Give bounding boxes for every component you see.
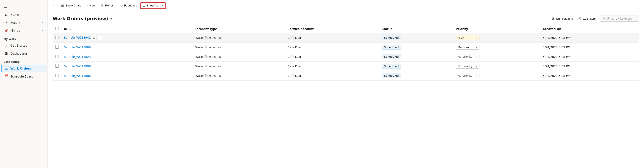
col-header-created-on[interactable]: Created On <box>540 25 639 33</box>
table-header-row: ID ↓ Incident type Service account Statu… <box>53 25 639 33</box>
hamburger-icon[interactable]: ☰ <box>0 2 47 10</box>
status-badge: Scheduled <box>382 35 401 40</box>
edit-columns-button[interactable]: ⊞ Edit columns <box>550 16 574 22</box>
row-checkbox-cell <box>53 71 61 80</box>
sidebar-item-recent[interactable]: 🕐 Recent ∨ <box>1 19 46 26</box>
priority-badge[interactable]: Medium∨ <box>456 45 480 50</box>
show-as-button[interactable]: ⊞ Show As <box>140 3 160 8</box>
select-all-checkbox[interactable] <box>55 27 59 30</box>
show-as-dropdown-icon: ∨ <box>162 4 164 7</box>
row-checkbox-cell <box>53 62 61 71</box>
show-chart-label: Show Chart <box>66 4 81 7</box>
sidebar-item-dashboards[interactable]: ⊞ Dashboards <box>1 50 46 57</box>
row-id-link[interactable]: Sample_WO13941 <box>64 36 91 39</box>
sidebar-item-home[interactable]: ⌂ Home <box>1 11 46 18</box>
sidebar-item-recent-label: Recent <box>10 21 39 24</box>
row-checkbox[interactable] <box>55 36 59 39</box>
row-incident-type-cell: Water flow issues <box>193 52 285 62</box>
schedule-board-icon: 📅 <box>4 74 8 78</box>
refresh-label: Refresh <box>105 4 115 7</box>
priority-badge[interactable]: No priority∨ <box>456 73 480 78</box>
sidebar-item-schedule-board[interactable]: 📅 Schedule Board <box>1 72 46 80</box>
priority-badge[interactable]: No priority∨ <box>456 64 480 69</box>
priority-chevron-icon: ∨ <box>476 46 478 48</box>
row-id-link[interactable]: Sample_WO13823 <box>64 55 91 58</box>
show-as-container: ⊞ Show As ∨ <box>140 2 166 9</box>
table-row: Sample_WO13866Water flow issuesCafe DuoS… <box>53 42 639 52</box>
scheduling-section: Scheduling <box>0 58 47 64</box>
content-header: Work Orders (preview) ∨ ⊞ Edit columns ▽… <box>53 16 639 22</box>
col-header-service-account[interactable]: Service account <box>285 25 379 33</box>
show-chart-button[interactable]: ▦ Show Chart <box>59 2 83 9</box>
title-chevron-icon[interactable]: ∨ <box>110 17 112 20</box>
priority-chevron-icon: ∨ <box>476 55 478 58</box>
toolbar: ← ▦ Show Chart + New ↺ Refresh ○ Feedbac… <box>48 0 644 11</box>
refresh-button[interactable]: ↺ Refresh <box>98 2 118 9</box>
filter-by-keyword-input[interactable]: 🔍 Filter by keyword <box>600 16 639 22</box>
new-label: New <box>90 4 95 7</box>
row-id-cell: Sample_WO13941⊡··· <box>61 33 193 42</box>
dashboards-icon: ⊞ <box>4 52 8 56</box>
table-row: Sample_WO13941⊡···Water flow issuesCafe … <box>53 33 639 42</box>
col-created-on-label: Created On <box>543 27 561 31</box>
col-header-incident-type[interactable]: Incident type <box>193 25 285 33</box>
row-checkbox[interactable] <box>55 74 59 77</box>
edit-filters-label: Edit filters <box>583 17 596 20</box>
row-checkbox[interactable] <box>55 45 59 48</box>
feedback-icon: ○ <box>121 4 123 7</box>
row-checkbox[interactable] <box>55 55 59 58</box>
new-icon: + <box>86 4 88 7</box>
sidebar-item-pinned[interactable]: 📌 Pinned ∨ <box>1 27 46 34</box>
status-badge: Scheduled <box>382 54 401 59</box>
col-header-id[interactable]: ID ↓ <box>61 25 193 33</box>
row-incident-type-cell: Water flow issues <box>193 71 285 80</box>
edit-filters-button[interactable]: ▽ Edit filters <box>577 16 597 22</box>
work-orders-table: ID ↓ Incident type Service account Statu… <box>53 25 639 80</box>
page-title: Work Orders (preview) <box>53 16 108 21</box>
row-created-on-cell: 5/24/2023 5:08 PM <box>540 33 639 42</box>
show-as-icon: ⊞ <box>143 4 145 7</box>
filter-placeholder-text: Filter by keyword <box>607 17 632 20</box>
main-area: ← ▦ Show Chart + New ↺ Refresh ○ Feedbac… <box>48 0 644 168</box>
new-button[interactable]: + New <box>84 2 98 9</box>
sidebar-item-home-label: Home <box>10 13 43 16</box>
sidebar-item-get-started[interactable]: ▷ Get Started <box>1 42 46 49</box>
priority-chevron-icon: ∨ <box>476 74 478 77</box>
back-icon: ← <box>53 4 56 7</box>
col-header-status[interactable]: Status <box>379 25 453 33</box>
row-action-more-btn[interactable]: ··· <box>98 36 102 40</box>
feedback-button[interactable]: ○ Feedback <box>118 2 139 9</box>
row-priority-cell: High∨ <box>453 33 540 42</box>
col-header-priority[interactable]: Priority <box>453 25 540 33</box>
priority-chevron-icon: ∨ <box>476 36 478 39</box>
my-work-section: My Work <box>0 34 47 42</box>
sidebar-item-get-started-label: Get Started <box>10 44 43 47</box>
row-priority-cell: No priority∨ <box>453 52 540 62</box>
row-created-on-cell: 5/24/2023 5:08 PM <box>540 71 639 80</box>
row-id-link[interactable]: Sample_WO13808 <box>64 64 91 68</box>
col-service-account-label: Service account <box>288 27 314 31</box>
row-action-icon-btn[interactable]: ⊡ <box>92 36 97 40</box>
content-title-group: Work Orders (preview) ∨ <box>53 16 112 21</box>
row-id-cell: Sample_WO13866 <box>61 42 193 52</box>
table-row: Sample_WO13808Water flow issuesCafe DuoS… <box>53 62 639 71</box>
row-id-link[interactable]: Sample_WO13806 <box>64 74 91 78</box>
show-as-dropdown-button[interactable]: ∨ <box>160 3 166 8</box>
status-badge: Scheduled <box>382 73 401 78</box>
row-checkbox-cell <box>53 52 61 62</box>
sidebar-item-work-orders-label: Work Orders <box>10 67 43 70</box>
row-id-cell: Sample_WO13823 <box>61 52 193 62</box>
priority-badge[interactable]: No priority∨ <box>456 54 480 59</box>
row-service-account-cell: Cafe Duo <box>285 62 379 71</box>
sidebar-item-work-orders[interactable]: ☰ Work Orders <box>1 64 46 72</box>
row-created-on-cell: 5/24/2023 5:09 PM <box>540 62 639 71</box>
row-checkbox[interactable] <box>55 64 59 68</box>
edit-columns-label: Edit columns <box>556 17 573 20</box>
status-badge: Scheduled <box>382 64 401 69</box>
back-button[interactable]: ← <box>51 3 58 8</box>
priority-badge[interactable]: High∨ <box>456 35 480 40</box>
sidebar-item-schedule-board-label: Schedule Board <box>10 75 43 78</box>
table-row: Sample_WO13806Water flow issuesCafe DuoS… <box>53 71 639 80</box>
row-actions: ⊡··· <box>92 36 102 40</box>
row-id-link[interactable]: Sample_WO13866 <box>64 46 91 49</box>
